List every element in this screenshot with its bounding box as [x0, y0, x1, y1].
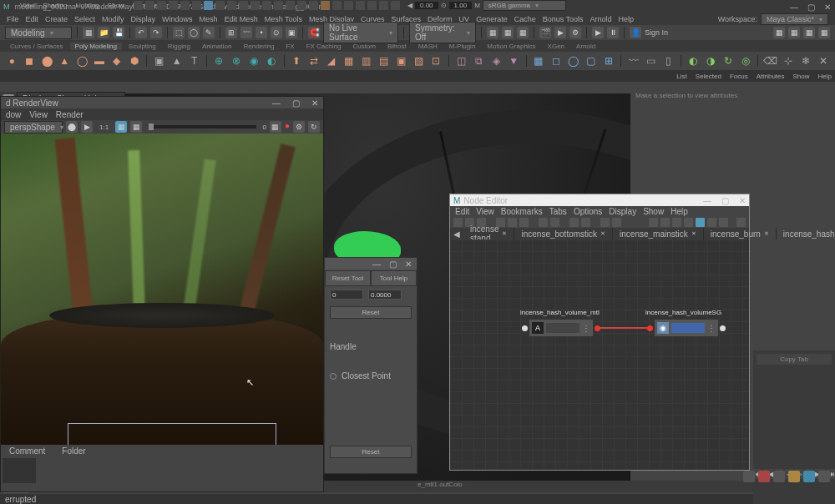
extrude-icon[interactable]: ⬆ [290, 53, 304, 68]
panel-show[interactable]: Show [108, 2, 124, 9]
ne-tab-1[interactable]: incense_bottomstick✕ [514, 228, 613, 239]
vp-more1-icon[interactable] [379, 1, 388, 10]
ne-options[interactable]: Options [574, 207, 602, 216]
ne-sync-icon[interactable] [612, 218, 621, 227]
menu-bonus[interactable]: Bonus Tools [543, 15, 584, 23]
ne-edit[interactable]: Edit [455, 207, 469, 216]
sound-icon[interactable] [818, 471, 830, 482]
delete-history-icon[interactable]: ⌫ [763, 53, 777, 68]
mode-dropdown[interactable]: Modeling [5, 27, 72, 39]
ts-reset-button[interactable]: Reset [330, 306, 412, 319]
poly-disc-icon[interactable]: ◆ [110, 53, 124, 68]
vp-aa-icon[interactable] [227, 1, 236, 10]
attr-attributes[interactable]: Attributes [757, 73, 785, 80]
ne-remove-icon[interactable] [508, 218, 517, 227]
menu-windows[interactable]: Windows [162, 15, 193, 23]
node-input-port[interactable] [647, 325, 653, 331]
multicut-icon[interactable]: ▤ [377, 53, 391, 68]
menu-select[interactable]: Select [74, 15, 95, 23]
separate-icon[interactable]: ⊗ [230, 53, 244, 68]
append-icon[interactable]: ▦ [342, 53, 356, 68]
vp-shaded-icon[interactable] [169, 1, 178, 10]
rv-render-icon[interactable]: ⬤ [66, 121, 78, 133]
center-pivot-icon[interactable]: ⊹ [781, 53, 795, 68]
menu-meshtools[interactable]: Mesh Tools [265, 15, 302, 23]
node-input-port[interactable] [522, 325, 528, 331]
panel-view[interactable]: View [20, 2, 34, 9]
ne-pin-icon[interactable] [600, 218, 610, 227]
rv-menu-window[interactable]: dow [6, 110, 21, 119]
shelf-tab-rigging[interactable]: Rigging [163, 43, 195, 50]
layout-4-icon[interactable]: ▦ [818, 27, 830, 38]
ts-close-icon[interactable]: ✕ [405, 260, 412, 269]
rv-menu-view[interactable]: View [29, 110, 48, 119]
vp-gatemask-icon[interactable] [297, 1, 306, 10]
attr-selected[interactable]: Selected [696, 73, 721, 80]
maximize-icon[interactable]: ▢ [807, 3, 815, 11]
close-icon[interactable]: ✕ [691, 230, 696, 237]
vp-poly-icon[interactable] [356, 1, 365, 10]
ne-input-icon[interactable] [453, 218, 463, 227]
menu-cache[interactable]: Cache [514, 15, 536, 23]
shelf-tab-fx[interactable]: FX [281, 43, 299, 50]
inputs-icon[interactable]: ▦ [502, 27, 514, 38]
poly-cube-icon[interactable]: ◼ [23, 53, 37, 68]
ne-hide-icon[interactable] [550, 218, 559, 227]
tool-help-button[interactable]: Tool Help [371, 270, 417, 286]
ne-tab-4[interactable]: incense_hash_volume✕ [777, 228, 835, 239]
select-tool-icon[interactable]: ⬚ [173, 27, 185, 38]
ne-view[interactable]: View [476, 207, 494, 216]
node-material[interactable]: incense_hash_volume_mtl A ⋮ [520, 320, 602, 336]
close-icon[interactable]: ✕ [502, 230, 507, 237]
ipr-icon[interactable]: ▶ [554, 27, 566, 38]
menu-help[interactable]: Help [619, 15, 635, 23]
pref-icon[interactable] [788, 471, 800, 482]
rv-ipr-icon[interactable]: ▶ [81, 121, 93, 133]
vp-motion-icon[interactable] [239, 1, 248, 10]
snap-curve-icon[interactable]: 〰 [240, 27, 252, 38]
ne-filter-icon[interactable] [719, 218, 728, 227]
ne-tab-2[interactable]: incense_mainstick✕ [613, 228, 704, 239]
open-scene-icon[interactable]: 📁 [98, 27, 109, 38]
vp-light-icon[interactable] [192, 1, 201, 10]
type-tool-icon[interactable]: T [187, 53, 201, 68]
rv-settings-icon[interactable]: ⚙ [293, 121, 305, 133]
snap-center-icon[interactable]: ⊙ [271, 27, 282, 38]
boolean-icon[interactable]: ◐ [265, 53, 279, 68]
close-icon[interactable]: ✕ [764, 230, 769, 237]
save-scene-icon[interactable]: 💾 [113, 27, 124, 38]
copy-tab-button[interactable]: Copy Tab [757, 354, 832, 365]
loop-icon[interactable] [803, 471, 815, 482]
poly-cone-icon[interactable]: ▲ [58, 53, 72, 68]
vp-more2-icon[interactable] [391, 1, 400, 10]
paint-select-icon[interactable]: ✎ [203, 27, 215, 38]
vp-safetitle-icon[interactable] [309, 1, 318, 10]
layout-3-icon[interactable]: ▦ [803, 27, 815, 38]
ne-help[interactable]: Help [671, 207, 688, 216]
ne-tabs[interactable]: Tabs [549, 207, 567, 216]
anim-pref-icon[interactable] [743, 471, 755, 482]
ne-tab-3[interactable]: incense_burn✕ [704, 228, 777, 239]
reverse-normals-icon[interactable]: ↻ [721, 53, 736, 68]
vp-dof-icon[interactable] [250, 1, 260, 10]
menu-file[interactable]: File [7, 15, 19, 23]
node-shading-group[interactable]: incense_hash_volumeSG ◉ ⋮ [645, 320, 727, 336]
live-surface-icon[interactable]: 🧲 [308, 27, 320, 38]
vp-ao-icon[interactable] [215, 1, 225, 10]
shelf-tab-polymodeling[interactable]: Poly Modeling [70, 43, 122, 50]
ne-clear-icon[interactable] [519, 218, 529, 227]
shelf-tab-xgen[interactable]: XGen [543, 43, 569, 50]
ne-maximize-icon[interactable]: ▢ [721, 196, 729, 205]
vp-twosided-icon[interactable] [367, 1, 377, 10]
duplicate-icon[interactable]: ⧉ [472, 53, 486, 68]
ts-closest-radio[interactable] [330, 373, 337, 380]
ne-display[interactable]: Display [609, 207, 636, 216]
connect-icon[interactable]: ▨ [412, 53, 426, 68]
ne-mode1-icon[interactable] [649, 218, 658, 227]
collapse-icon[interactable]: ▼ [507, 53, 521, 68]
menu-display[interactable]: Display [131, 15, 156, 23]
attr-focus[interactable]: Focus [730, 73, 748, 80]
account-icon[interactable]: 👤 [630, 27, 641, 38]
rv-keep-icon[interactable]: ▦ [115, 121, 127, 133]
node-connection[interactable] [598, 327, 648, 329]
